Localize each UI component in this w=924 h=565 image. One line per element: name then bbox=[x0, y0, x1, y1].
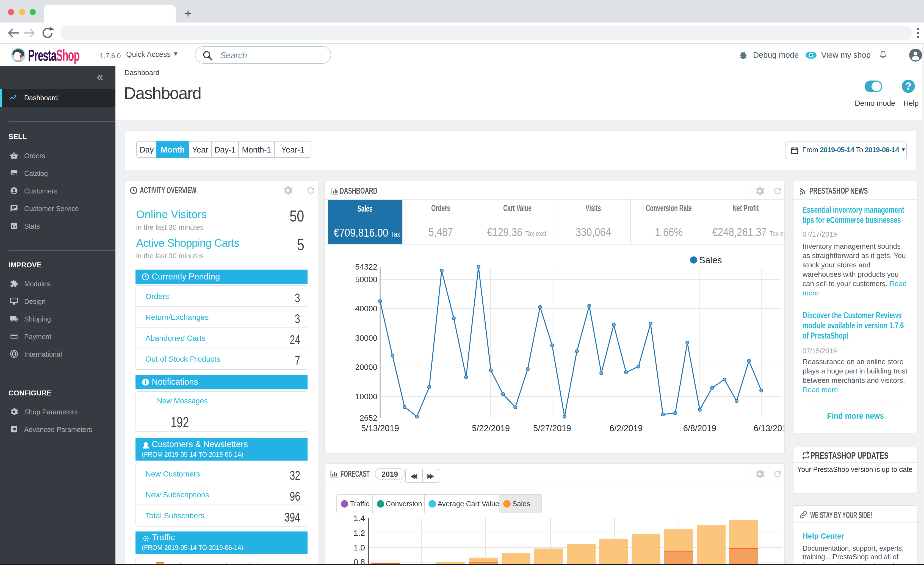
svg-text:10000: 10000 bbox=[355, 392, 377, 401]
svg-text:6/13/2019: 6/13/2019 bbox=[754, 424, 784, 433]
svg-text:1.2: 1.2 bbox=[354, 529, 365, 538]
svg-text:30000: 30000 bbox=[355, 334, 377, 342]
svg-text:5/27/2019: 5/27/2019 bbox=[533, 424, 571, 433]
svg-text:5/22/2019: 5/22/2019 bbox=[472, 424, 510, 433]
svg-text:2652: 2652 bbox=[360, 414, 377, 423]
svg-text:40000: 40000 bbox=[355, 304, 377, 313]
svg-text:5/13/2019: 5/13/2019 bbox=[361, 424, 399, 433]
svg-text:6/8/2019: 6/8/2019 bbox=[683, 424, 717, 433]
svg-text:Sales: Sales bbox=[699, 255, 722, 265]
svg-text:50000: 50000 bbox=[355, 275, 377, 284]
svg-text:54322: 54322 bbox=[355, 262, 377, 271]
svg-text:1.4: 1.4 bbox=[354, 514, 365, 523]
svg-text:1.0: 1.0 bbox=[354, 543, 365, 552]
svg-text:6/2/2019: 6/2/2019 bbox=[610, 424, 643, 433]
svg-text:20000: 20000 bbox=[355, 363, 377, 372]
